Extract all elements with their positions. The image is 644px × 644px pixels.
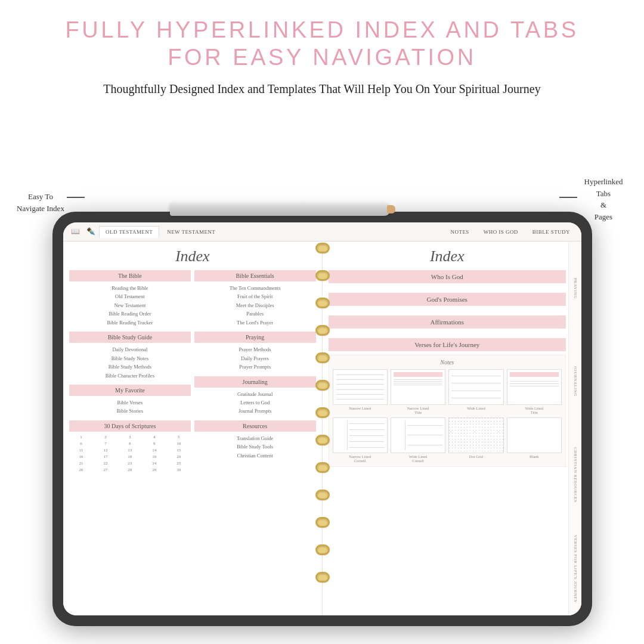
left-page: Index The Bible Reading the Bible Old Te… — [63, 242, 323, 615]
note-card-wide-lined[interactable]: Wide Lined — [448, 369, 503, 414]
spiral-binding — [314, 242, 331, 615]
note-card-blank[interactable]: Blank — [507, 417, 562, 463]
right-page: Index Who Is God God's Promises Affirmat… — [323, 242, 582, 615]
section-resources[interactable]: Resources — [194, 420, 316, 432]
resources-items: Translation Guide Bible Study Tools Chri… — [194, 434, 316, 460]
notes-title: Notes — [333, 359, 562, 366]
praying-items: Prayer Methods Daily Prayers Prayer Prom… — [194, 345, 316, 371]
section-praying[interactable]: Praying — [194, 332, 316, 343]
pen-icon: ✒️ — [83, 227, 98, 237]
vertical-tabs: PRAYING JOURNALING CHRISTIAN RESOURCES V… — [568, 242, 581, 615]
section-30-days[interactable]: 30 Days of Scriptures — [69, 420, 191, 432]
note-card-narrow-lined[interactable]: Narrow Lined — [333, 369, 388, 414]
right-index-title: Index — [329, 247, 566, 265]
section-bible-essentials[interactable]: Bible Essentials — [194, 270, 316, 281]
note-card-wide-cornell[interactable]: Wide LinedCornell — [391, 417, 445, 463]
calendar-grid: 12345 678910 1112131415 1617181920 21222… — [69, 434, 191, 473]
main-content: Index The Bible Reading the Bible Old Te… — [63, 242, 581, 615]
header-title: FULLY HYPERLINKED INDEX AND TABS FOR EAS… — [36, 17, 608, 71]
tablet-screen: 📖 ✒️ OLD TESTAMENT NEW TESTAMENT NOTES W… — [63, 222, 581, 615]
header: FULLY HYPERLINKED INDEX AND TABS FOR EAS… — [0, 0, 644, 77]
note-card-narrow-cornell[interactable]: Narrow LinedCornell — [333, 417, 388, 463]
note-card-dot-grid[interactable]: Dot Grid — [448, 417, 503, 463]
right-col: Bible Essentials The Ten Commandments Fr… — [194, 270, 316, 473]
notes-section: Notes Narrow Line — [329, 355, 566, 467]
tablet-frame: 📖 ✒️ OLD TESTAMENT NEW TESTAMENT NOTES W… — [52, 212, 592, 626]
right-label: Hyperlinked Tabs & Pages — [580, 176, 627, 222]
bible-items: Reading the Bible Old Testament New Test… — [69, 284, 191, 327]
notes-grid: Narrow Lined Narrow LinedTitle — [333, 369, 562, 463]
vtab-journaling[interactable]: JOURNALING — [568, 335, 581, 429]
tab-who-is-god[interactable]: WHO IS GOD — [477, 226, 525, 238]
tab-new-testament[interactable]: NEW TESTAMENT — [160, 226, 222, 238]
section-the-bible[interactable]: The Bible — [69, 270, 191, 281]
vtab-verses-journey[interactable]: VERSES FOR LIFE'S JOURNEY — [568, 522, 581, 615]
section-who-is-god[interactable]: Who Is God — [329, 270, 566, 283]
left-index-title: Index — [69, 247, 316, 265]
left-two-col: The Bible Reading the Bible Old Testamen… — [69, 270, 316, 473]
vtab-christian-resources[interactable]: CHRISTIAN RESOURCES — [568, 429, 581, 522]
stylus-pencil — [170, 203, 391, 216]
favorite-items: Bible Verses Bible Stories — [69, 398, 191, 416]
section-journaling[interactable]: Journaling — [194, 376, 316, 388]
bible-study-items: Daily Devotional Bible Study Notes Bible… — [69, 345, 191, 380]
section-bible-study[interactable]: Bible Study Guide — [69, 332, 191, 343]
section-my-favorite[interactable]: My Favorite — [69, 385, 191, 396]
tab-bible-study[interactable]: BIBLE STUDY — [526, 226, 577, 238]
right-bracket — [559, 197, 577, 198]
left-label: Easy To Navigate Index — [17, 191, 64, 214]
section-verses-journey[interactable]: Verses for Life's Journey — [329, 338, 566, 351]
book-icon: 📖 — [68, 227, 82, 237]
tab-old-testament[interactable]: OLD TESTAMENT — [99, 226, 159, 238]
left-col: The Bible Reading the Bible Old Testamen… — [69, 270, 191, 473]
note-card-wide-lined-title[interactable]: Wide LinedTitle — [507, 369, 562, 414]
journaling-items: Gratitude Journal Letters to God Journal… — [194, 390, 316, 416]
tab-notes[interactable]: NOTES — [444, 226, 476, 238]
section-gods-promises[interactable]: God's Promises — [329, 293, 566, 306]
vtab-praying[interactable]: PRAYING — [568, 242, 581, 335]
left-bracket — [67, 197, 85, 198]
subtitle-text: Thoughtfully Designed Index and Template… — [103, 82, 540, 95]
section-affirmations[interactable]: Affirmations — [329, 315, 566, 329]
note-card-narrow-lined-title[interactable]: Narrow LinedTitle — [391, 369, 445, 414]
essentials-items: The Ten Commandments Fruit of the Spirit… — [194, 284, 316, 327]
